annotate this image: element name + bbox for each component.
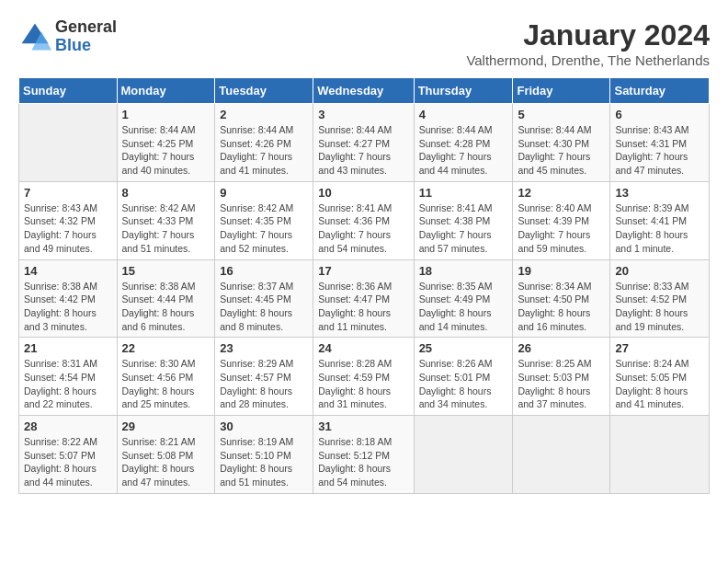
calendar-cell: 26Sunrise: 8:25 AMSunset: 5:03 PMDayligh… [513,338,610,416]
calendar-cell: 23Sunrise: 8:29 AMSunset: 4:57 PMDayligh… [215,338,313,416]
day-info: Sunrise: 8:41 AMSunset: 4:38 PMDaylight:… [419,201,508,256]
weekday-header: Thursday [414,78,513,104]
calendar-cell: 9Sunrise: 8:42 AMSunset: 4:35 PMDaylight… [215,181,313,259]
day-number: 9 [220,186,308,200]
day-info: Sunrise: 8:34 AMSunset: 4:50 PMDaylight:… [518,280,605,334]
month-title: January 2024 [466,18,710,52]
day-info: Sunrise: 8:29 AMSunset: 4:57 PMDaylight:… [220,357,308,411]
calendar-cell: 1Sunrise: 8:44 AMSunset: 4:25 PMDaylight… [117,104,215,182]
calendar-cell: 2Sunrise: 8:44 AMSunset: 4:26 PMDaylight… [215,104,313,182]
day-number: 28 [24,419,112,433]
day-number: 2 [220,108,308,121]
calendar-week-row: 1Sunrise: 8:44 AMSunset: 4:25 PMDaylight… [19,104,710,182]
calendar-cell: 24Sunrise: 8:28 AMSunset: 4:59 PMDayligh… [313,338,414,416]
day-number: 16 [220,264,308,278]
day-number: 14 [24,264,112,278]
calendar-cell: 4Sunrise: 8:44 AMSunset: 4:28 PMDaylight… [414,104,513,182]
day-number: 13 [615,186,704,200]
day-info: Sunrise: 8:19 AMSunset: 5:10 PMDaylight:… [220,435,308,489]
calendar-cell: 30Sunrise: 8:19 AMSunset: 5:10 PMDayligh… [215,416,313,494]
calendar-cell: 20Sunrise: 8:33 AMSunset: 4:52 PMDayligh… [610,259,710,338]
day-info: Sunrise: 8:18 AMSunset: 5:12 PMDaylight:… [318,435,408,489]
calendar-cell: 19Sunrise: 8:34 AMSunset: 4:50 PMDayligh… [513,259,610,338]
day-number: 17 [318,264,408,278]
day-number: 15 [122,264,210,278]
calendar-cell: 21Sunrise: 8:31 AMSunset: 4:54 PMDayligh… [19,338,118,416]
day-number: 27 [615,341,704,355]
calendar-cell: 17Sunrise: 8:36 AMSunset: 4:47 PMDayligh… [313,259,414,338]
calendar-table: SundayMondayTuesdayWednesdayThursdayFrid… [18,77,710,494]
day-info: Sunrise: 8:39 AMSunset: 4:41 PMDaylight:… [615,201,704,256]
day-number: 21 [24,341,112,355]
location: Valthermond, Drenthe, The Netherlands [466,52,710,68]
day-number: 30 [220,419,308,433]
day-info: Sunrise: 8:43 AMSunset: 4:31 PMDaylight:… [615,123,704,178]
day-info: Sunrise: 8:41 AMSunset: 4:36 PMDaylight:… [318,201,408,256]
day-number: 26 [518,341,605,355]
day-info: Sunrise: 8:43 AMSunset: 4:32 PMDaylight:… [24,201,112,256]
day-number: 8 [122,186,210,200]
day-info: Sunrise: 8:42 AMSunset: 4:33 PMDaylight:… [122,201,210,256]
calendar-cell: 5Sunrise: 8:44 AMSunset: 4:30 PMDaylight… [513,104,610,182]
logo-blue: Blue [55,37,117,55]
day-number: 29 [122,419,210,433]
title-section: January 2024 Valthermond, Drenthe, The N… [466,18,710,68]
calendar-cell: 15Sunrise: 8:38 AMSunset: 4:44 PMDayligh… [117,259,215,338]
calendar-week-row: 21Sunrise: 8:31 AMSunset: 4:54 PMDayligh… [19,338,710,416]
calendar-cell: 27Sunrise: 8:24 AMSunset: 5:05 PMDayligh… [610,338,710,416]
calendar-cell [513,416,610,494]
day-number: 10 [318,186,408,200]
day-info: Sunrise: 8:44 AMSunset: 4:27 PMDaylight:… [318,123,408,178]
calendar-cell: 3Sunrise: 8:44 AMSunset: 4:27 PMDaylight… [313,104,414,182]
calendar-cell: 10Sunrise: 8:41 AMSunset: 4:36 PMDayligh… [313,181,414,259]
calendar-cell: 6Sunrise: 8:43 AMSunset: 4:31 PMDaylight… [610,104,710,182]
day-info: Sunrise: 8:36 AMSunset: 4:47 PMDaylight:… [318,280,408,334]
day-info: Sunrise: 8:31 AMSunset: 4:54 PMDaylight:… [24,357,112,411]
day-number: 6 [615,108,704,121]
day-info: Sunrise: 8:33 AMSunset: 4:52 PMDaylight:… [615,280,704,334]
weekday-header: Tuesday [215,78,313,104]
page-header: General Blue January 2024 Valthermond, D… [18,18,710,68]
calendar-cell: 31Sunrise: 8:18 AMSunset: 5:12 PMDayligh… [313,416,414,494]
day-info: Sunrise: 8:37 AMSunset: 4:45 PMDaylight:… [220,280,308,334]
day-info: Sunrise: 8:38 AMSunset: 4:42 PMDaylight:… [24,280,112,334]
weekday-header: Monday [117,78,215,104]
day-number: 11 [419,186,508,200]
calendar-cell [19,104,118,182]
day-number: 25 [419,341,508,355]
calendar-cell: 12Sunrise: 8:40 AMSunset: 4:39 PMDayligh… [513,181,610,259]
day-info: Sunrise: 8:44 AMSunset: 4:26 PMDaylight:… [220,123,308,178]
day-info: Sunrise: 8:26 AMSunset: 5:01 PMDaylight:… [419,357,508,411]
calendar-cell: 22Sunrise: 8:30 AMSunset: 4:56 PMDayligh… [117,338,215,416]
calendar-cell: 14Sunrise: 8:38 AMSunset: 4:42 PMDayligh… [19,259,118,338]
day-info: Sunrise: 8:40 AMSunset: 4:39 PMDaylight:… [518,201,605,256]
day-number: 7 [24,186,112,200]
day-info: Sunrise: 8:30 AMSunset: 4:56 PMDaylight:… [122,357,210,411]
calendar-cell: 29Sunrise: 8:21 AMSunset: 5:08 PMDayligh… [117,416,215,494]
weekday-header: Sunday [19,78,118,104]
day-number: 31 [318,419,408,433]
logo: General Blue [18,18,117,55]
day-number: 5 [518,108,605,121]
calendar-cell: 13Sunrise: 8:39 AMSunset: 4:41 PMDayligh… [610,181,710,259]
calendar-cell: 28Sunrise: 8:22 AMSunset: 5:07 PMDayligh… [19,416,118,494]
day-info: Sunrise: 8:28 AMSunset: 4:59 PMDaylight:… [318,357,408,411]
day-info: Sunrise: 8:42 AMSunset: 4:35 PMDaylight:… [220,201,308,256]
day-number: 24 [318,341,408,355]
calendar-week-row: 14Sunrise: 8:38 AMSunset: 4:42 PMDayligh… [19,259,710,338]
weekday-header-row: SundayMondayTuesdayWednesdayThursdayFrid… [19,78,710,104]
logo-general: General [55,18,117,37]
day-info: Sunrise: 8:44 AMSunset: 4:25 PMDaylight:… [122,123,210,178]
day-number: 19 [518,264,605,278]
calendar-cell: 18Sunrise: 8:35 AMSunset: 4:49 PMDayligh… [414,259,513,338]
calendar-week-row: 7Sunrise: 8:43 AMSunset: 4:32 PMDaylight… [19,181,710,259]
day-info: Sunrise: 8:38 AMSunset: 4:44 PMDaylight:… [122,280,210,334]
calendar-cell: 7Sunrise: 8:43 AMSunset: 4:32 PMDaylight… [19,181,118,259]
day-number: 3 [318,108,408,121]
weekday-header: Friday [513,78,610,104]
day-info: Sunrise: 8:22 AMSunset: 5:07 PMDaylight:… [24,435,112,489]
calendar-cell: 16Sunrise: 8:37 AMSunset: 4:45 PMDayligh… [215,259,313,338]
logo-text: General Blue [55,18,117,55]
day-number: 20 [615,264,704,278]
day-number: 1 [122,108,210,121]
